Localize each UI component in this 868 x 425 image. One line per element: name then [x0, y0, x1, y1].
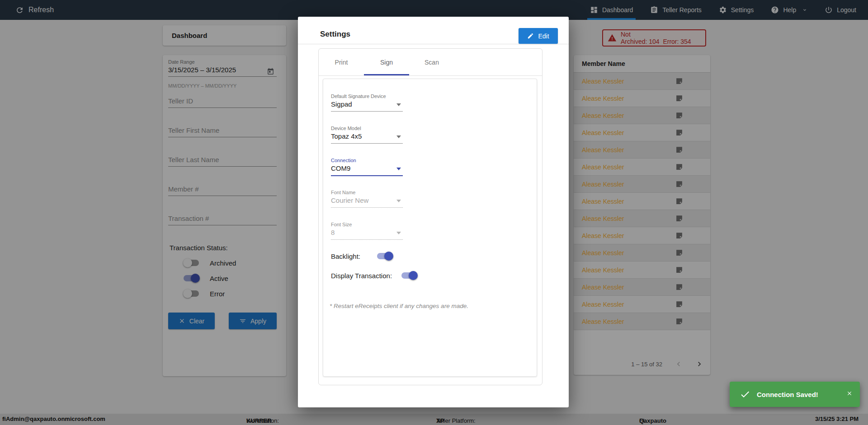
toast-notification: Connection Saved!	[730, 382, 860, 407]
display-transaction-toggle[interactable]	[401, 271, 418, 280]
tab-sign[interactable]: Sign	[364, 49, 409, 75]
check-icon	[740, 389, 750, 400]
device-model-label: Device Model	[331, 126, 403, 131]
font-name-value: Courier New	[331, 196, 403, 205]
backlight-toggle[interactable]	[377, 252, 393, 261]
header-divider	[298, 44, 569, 44]
edit-label: Edit	[538, 33, 549, 40]
active-tab-indicator	[364, 74, 409, 75]
signature-device-label: Default Signature Device	[331, 93, 403, 99]
settings-tab-card: Print Sign Scan Default Signature Device…	[318, 48, 542, 385]
signature-device-value: Sigpad	[331, 100, 403, 109]
device-model-value: Topaz 4x5	[331, 132, 403, 141]
font-name-select: Font Name Courier New	[331, 190, 403, 208]
dropdown-arrow-icon	[396, 232, 401, 234]
font-size-value: 8	[331, 229, 403, 238]
dropdown-arrow-icon	[396, 103, 401, 106]
sign-tab-panel: Default Signature Device Sigpad Device M…	[323, 79, 537, 377]
connection-select[interactable]: Connection COM9	[331, 158, 403, 176]
edit-button[interactable]: Edit	[519, 28, 558, 44]
dropdown-arrow-icon	[396, 135, 401, 138]
tab-print[interactable]: Print	[319, 49, 364, 75]
display-transaction-label: Display Transaction:	[331, 272, 392, 280]
tab-scan[interactable]: Scan	[409, 49, 454, 75]
connection-label: Connection	[331, 158, 403, 163]
tab-bar: Print Sign Scan	[319, 49, 542, 76]
settings-modal: Settings Edit Print Sign Scan Default Si…	[298, 17, 569, 407]
dropdown-arrow-icon	[396, 168, 401, 170]
restart-note: * Restart eReceipts client if any change…	[330, 303, 468, 309]
device-model-select[interactable]: Device Model Topaz 4x5	[331, 126, 403, 144]
close-icon[interactable]	[846, 390, 853, 397]
modal-title: Settings	[320, 30, 350, 39]
display-transaction-row: Display Transaction:	[331, 271, 418, 280]
pencil-icon	[527, 33, 534, 39]
connection-value: COM9	[331, 164, 403, 173]
toast-message: Connection Saved!	[757, 391, 818, 398]
backlight-label: Backlight:	[331, 252, 360, 260]
dropdown-arrow-icon	[396, 200, 401, 202]
backlight-row: Backlight:	[331, 252, 393, 261]
font-size-select: Font Size 8	[331, 222, 403, 240]
font-size-label: Font Size	[331, 222, 403, 227]
signature-device-select[interactable]: Default Signature Device Sigpad	[331, 93, 403, 112]
font-name-label: Font Name	[331, 190, 403, 195]
